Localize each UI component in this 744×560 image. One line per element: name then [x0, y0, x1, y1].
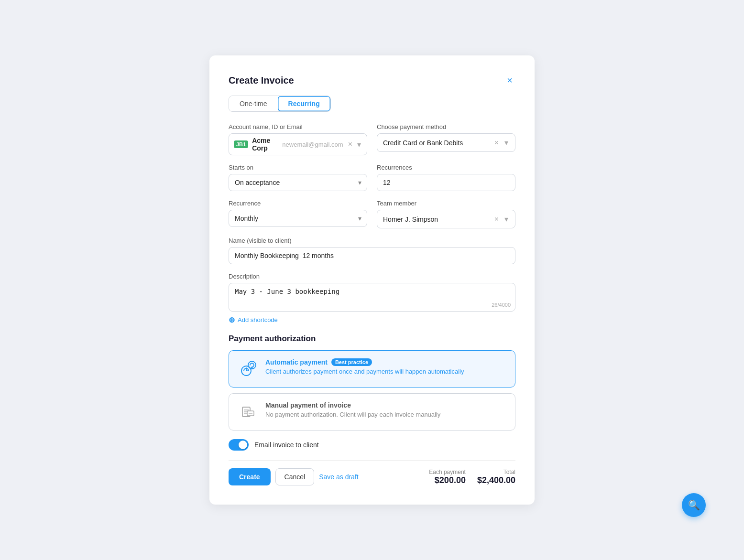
modal-title: Create Invoice	[229, 75, 294, 86]
add-shortcode-button[interactable]: ⊕ Add shortcode	[229, 315, 278, 324]
starts-on-group: Starts on On acceptance On specific date	[229, 164, 367, 191]
recurrences-group: Recurrences	[377, 164, 515, 191]
automatic-payment-content: Automatic payment Best practice Client a…	[265, 358, 506, 375]
account-badge: JB1	[234, 140, 248, 148]
account-actions: × ▾	[347, 140, 362, 149]
recurrence-select[interactable]: Monthly Weekly Quarterly Annually	[229, 210, 367, 227]
team-member-value: Homer J. Simpson	[383, 215, 438, 223]
account-clear-button[interactable]: ×	[347, 140, 353, 149]
row-account-payment: Account name, ID or Email JB1 Acme Corp …	[229, 123, 515, 155]
name-label: Name (visible to client)	[229, 237, 515, 244]
recurrence-label: Recurrence	[229, 200, 367, 207]
description-label: Description	[229, 273, 515, 280]
row-starts-recurrences: Starts on On acceptance On specific date…	[229, 164, 515, 191]
starts-on-select[interactable]: On acceptance On specific date	[229, 174, 367, 191]
tab-recurring[interactable]: Recurring	[278, 96, 330, 111]
total-amount: $2,400.00	[477, 475, 515, 485]
recurrence-group: Recurrence Monthly Weekly Quarterly Annu…	[229, 200, 367, 228]
automatic-payment-icon	[238, 358, 259, 379]
account-input-wrap[interactable]: JB1 Acme Corp newemail@gmail.com × ▾	[229, 133, 367, 155]
starts-on-select-wrap: On acceptance On specific date	[229, 174, 367, 191]
add-shortcode-label: Add shortcode	[238, 316, 278, 323]
name-group: Name (visible to client)	[229, 237, 515, 264]
team-member-clear[interactable]: ×	[493, 215, 500, 224]
payment-method-input[interactable]: Credit Card or Bank Debits × ▾	[377, 133, 515, 152]
payment-method-clear[interactable]: ×	[493, 139, 500, 147]
modal-container: Create Invoice × One-time Recurring Acco…	[209, 55, 535, 505]
each-payment-amount: $200.00	[429, 475, 466, 485]
plus-circle-icon: ⊕	[229, 315, 235, 324]
manual-payment-title: Manual payment of invoice	[265, 401, 506, 409]
manual-payment-icon	[238, 401, 259, 422]
payment-method-value: Credit Card or Bank Debits	[383, 139, 463, 147]
email-toggle-row: Email invoice to client	[229, 439, 515, 451]
team-member-dropdown[interactable]: ▾	[503, 215, 509, 224]
total-summary: Total $2,400.00	[477, 469, 515, 485]
each-payment-summary: Each payment $200.00	[429, 469, 466, 485]
tab-one-time[interactable]: One-time	[229, 96, 278, 111]
team-member-group: Team member Homer J. Simpson × ▾	[377, 200, 515, 228]
cancel-button[interactable]: Cancel	[275, 468, 315, 485]
recurrences-label: Recurrences	[377, 164, 515, 171]
each-payment-label: Each payment	[429, 469, 466, 475]
close-button[interactable]: ×	[504, 75, 515, 86]
char-count: 26/4000	[492, 302, 511, 308]
payment-auth-title: Payment authorization	[229, 334, 515, 344]
automatic-payment-icon-wrap	[238, 358, 259, 379]
footer-row: Create Cancel Save as draft Each payment…	[229, 460, 515, 485]
row-recurrence-team: Recurrence Monthly Weekly Quarterly Annu…	[229, 200, 515, 228]
manual-payment-option[interactable]: Manual payment of invoice No payment aut…	[229, 393, 515, 431]
payment-summary: Each payment $200.00 Total $2,400.00	[429, 469, 515, 485]
starts-on-label: Starts on	[229, 164, 367, 171]
payment-method-dropdown[interactable]: ▾	[503, 138, 509, 147]
total-label: Total	[477, 469, 515, 475]
modal-header: Create Invoice ×	[229, 75, 515, 86]
best-practice-badge: Best practice	[331, 358, 372, 366]
description-input[interactable]	[229, 283, 515, 312]
payment-method-group: Choose payment method Credit Card or Ban…	[377, 123, 515, 155]
fab-search-button[interactable]: 🔍	[682, 493, 706, 517]
row-name: Name (visible to client)	[229, 237, 515, 264]
team-member-input[interactable]: Homer J. Simpson × ▾	[377, 210, 515, 228]
recurrence-select-wrap: Monthly Weekly Quarterly Annually	[229, 210, 367, 227]
save-draft-button[interactable]: Save as draft	[319, 473, 359, 481]
team-member-label: Team member	[377, 200, 515, 207]
account-dropdown-button[interactable]: ▾	[356, 140, 362, 149]
search-icon: 🔍	[688, 499, 700, 511]
email-toggle[interactable]	[229, 439, 249, 451]
team-member-actions: × ▾	[493, 215, 509, 224]
invoice-tabs: One-time Recurring	[229, 96, 331, 112]
manual-payment-icon-wrap	[238, 401, 259, 422]
account-email: newemail@gmail.com	[282, 141, 343, 148]
description-group: Description 26/4000	[229, 273, 515, 312]
email-toggle-label: Email invoice to client	[254, 441, 319, 449]
manual-payment-content: Manual payment of invoice No payment aut…	[265, 401, 506, 418]
automatic-payment-desc: Client authorizes payment once and payme…	[265, 368, 506, 375]
create-button[interactable]: Create	[229, 468, 271, 485]
toggle-knob	[239, 441, 247, 449]
manual-payment-desc: No payment authorization. Client will pa…	[265, 411, 506, 418]
account-group: Account name, ID or Email JB1 Acme Corp …	[229, 123, 367, 155]
footer-buttons: Create Cancel Save as draft	[229, 468, 359, 485]
automatic-payment-title: Automatic payment Best practice	[265, 358, 506, 366]
description-wrap: 26/4000	[229, 283, 515, 312]
account-name: Acme Corp	[252, 137, 278, 152]
payment-method-label: Choose payment method	[377, 123, 515, 130]
automatic-payment-option[interactable]: Automatic payment Best practice Client a…	[229, 350, 515, 388]
name-input[interactable]	[229, 247, 515, 264]
account-label: Account name, ID or Email	[229, 123, 367, 130]
recurrences-input[interactable]	[377, 174, 515, 191]
payment-method-actions: × ▾	[493, 138, 509, 147]
